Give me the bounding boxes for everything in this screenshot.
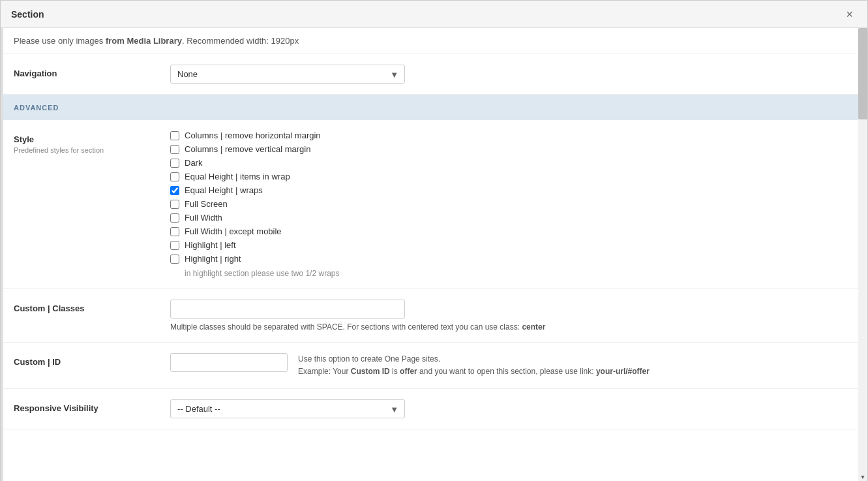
dialog-section: Section × Please use only images from Me… [0, 0, 868, 481]
style-checkbox-list: Columns | remove horizontal margin Colum… [170, 131, 854, 278]
custom-classes-note-before: Multiple classes should be separated wit… [170, 322, 522, 332]
responsive-visibility-row: Responsive Visibility -- Default -- Hide… [1, 389, 867, 429]
custom-id-control: Use this option to create One Page sites… [170, 353, 854, 378]
custom-classes-control: Multiple classes should be separated wit… [170, 300, 854, 332]
dialog-header: Section × [1, 1, 867, 28]
custom-id-note-text: Use this option to create One Page sites… [298, 354, 440, 364]
close-button[interactable]: × [842, 7, 857, 22]
navigation-control: None Fixed Sticky ▼ [170, 65, 854, 84]
custom-id-example-link: your-url/#offer [596, 367, 650, 376]
checkbox-label-full-screen[interactable]: Full Screen [185, 199, 228, 209]
style-label-title: Style [14, 134, 170, 144]
checkbox-label-equal-height-wraps[interactable]: Equal Height | wraps [185, 185, 263, 195]
custom-id-example-before: Example: Your [298, 367, 351, 376]
navigation-label: Navigation [14, 65, 170, 78]
scrollbar-thumb[interactable] [858, 28, 867, 119]
navigation-select-wrapper: None Fixed Sticky ▼ [170, 65, 405, 84]
scroll-arrow-down-icon[interactable]: ▼ [858, 473, 867, 481]
checkbox-label-columns-horiz[interactable]: Columns | remove horizontal margin [185, 131, 321, 140]
responsive-visibility-select[interactable]: -- Default -- Hide on Mobile Hide on Tab… [170, 399, 405, 418]
checkbox-label-full-width[interactable]: Full Width [185, 213, 222, 223]
style-checkbox-item-6: Full Screen [170, 199, 854, 209]
style-checkbox-item-1: Columns | remove horizontal margin [170, 131, 854, 140]
left-edge-bar [1, 28, 3, 481]
dialog-title: Section [11, 9, 44, 20]
checkbox-label-full-width-except-mobile[interactable]: Full Width | except mobile [185, 226, 282, 236]
checkbox-highlight-right[interactable] [170, 255, 179, 264]
style-label: Style Predefined styles for section [14, 131, 170, 154]
style-control: Columns | remove horizontal margin Colum… [170, 131, 854, 278]
checkbox-equal-height-wraps[interactable] [170, 186, 179, 195]
notice-text-before: Please use only images [14, 36, 106, 46]
style-checkbox-item-3: Dark [170, 158, 854, 168]
custom-id-row-control: Use this option to create One Page sites… [170, 353, 854, 378]
top-notice: Please use only images from Media Librar… [1, 28, 867, 54]
notice-text-after: . Recommended width: 1920px [182, 36, 299, 46]
custom-id-row: Custom | ID Use this option to create On… [1, 343, 867, 389]
custom-id-label-title: Custom | ID [14, 357, 170, 367]
checkbox-highlight-left[interactable] [170, 241, 179, 250]
advanced-label: ADVANCED [14, 104, 59, 112]
responsive-visibility-select-wrapper: -- Default -- Hide on Mobile Hide on Tab… [170, 399, 405, 418]
checkbox-columns-vert[interactable] [170, 145, 179, 154]
style-checkbox-item-7: Full Width [170, 213, 854, 223]
custom-id-note: Use this option to create One Page sites… [298, 353, 650, 378]
style-checkbox-item-5: Equal Height | wraps [170, 185, 854, 195]
custom-classes-input[interactable] [170, 300, 405, 318]
navigation-label-title: Navigation [14, 69, 170, 78]
custom-id-input[interactable] [170, 353, 288, 372]
custom-classes-note: Multiple classes should be separated wit… [170, 322, 854, 332]
checkbox-label-dark[interactable]: Dark [185, 158, 202, 168]
checkbox-label-equal-height-items[interactable]: Equal Height | items in wrap [185, 172, 290, 181]
custom-classes-row: Custom | Classes Multiple classes should… [1, 289, 867, 343]
checkbox-dark[interactable] [170, 159, 179, 168]
checkbox-equal-height-items[interactable] [170, 172, 179, 181]
responsive-visibility-control: -- Default -- Hide on Mobile Hide on Tab… [170, 399, 854, 418]
checkbox-label-columns-vert[interactable]: Columns | remove vertical margin [185, 144, 310, 154]
checkbox-full-width[interactable] [170, 213, 179, 223]
checkbox-label-highlight-right[interactable]: Highlight | right [185, 254, 241, 264]
responsive-visibility-label-title: Responsive Visibility [14, 403, 170, 413]
style-label-sub: Predefined styles for section [14, 146, 170, 154]
style-checkbox-item-10: Highlight | right [170, 254, 854, 264]
checkbox-full-width-except-mobile[interactable] [170, 227, 179, 236]
custom-classes-label: Custom | Classes [14, 300, 170, 313]
custom-id-example-bold1: Custom ID [351, 367, 390, 376]
checkbox-label-highlight-left[interactable]: Highlight | left [185, 240, 236, 250]
custom-classes-label-title: Custom | Classes [14, 303, 170, 313]
scrollbar-track: ▲ ▼ [858, 28, 867, 481]
responsive-visibility-label: Responsive Visibility [14, 399, 170, 413]
custom-classes-note-bold: center [522, 322, 545, 332]
notice-bold: from Media Library [106, 36, 182, 46]
checkbox-full-screen[interactable] [170, 200, 179, 209]
custom-id-example-mid: is [390, 367, 400, 376]
content-area: Please use only images from Media Librar… [1, 28, 867, 481]
checkbox-columns-horiz[interactable] [170, 131, 179, 140]
style-checkbox-item-4: Equal Height | items in wrap [170, 172, 854, 181]
advanced-section-header: ADVANCED [1, 95, 867, 120]
style-checkbox-item-8: Full Width | except mobile [170, 226, 854, 236]
custom-id-example-end: and you want to open this section, pleas… [417, 367, 596, 376]
style-checkbox-item-9: Highlight | left [170, 240, 854, 250]
highlight-note: in highlight section please use two 1/2 … [185, 269, 854, 278]
style-checkbox-item-2: Columns | remove vertical margin [170, 144, 854, 154]
navigation-row: Navigation None Fixed Sticky ▼ [1, 54, 867, 95]
navigation-select[interactable]: None Fixed Sticky [170, 65, 405, 84]
custom-id-label: Custom | ID [14, 353, 170, 367]
custom-id-example-bold2: offer [400, 367, 417, 376]
style-row: Style Predefined styles for section Colu… [1, 120, 867, 289]
